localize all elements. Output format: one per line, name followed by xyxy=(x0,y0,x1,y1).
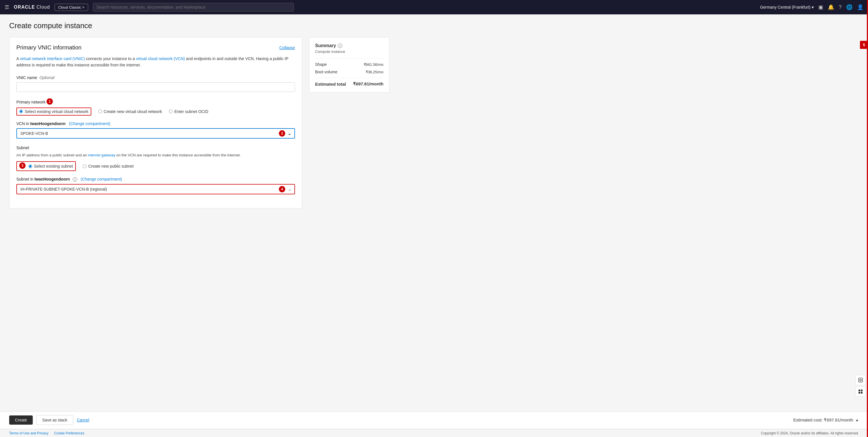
subnet-compartment-label: Subnet in IwanHoogendoorn i (Change comp… xyxy=(17,177,295,182)
radio-select-existing-vcn[interactable]: Select existing virtual cloud network xyxy=(17,108,91,116)
vnic-link[interactable]: virtual network interface card (VNIC) xyxy=(20,56,85,61)
help-icon[interactable]: ? xyxy=(839,4,842,10)
search-input[interactable] xyxy=(93,3,294,11)
radio-create-new-vcn-input[interactable] xyxy=(98,110,102,113)
badge-4: 4 xyxy=(279,186,285,192)
vnic-name-input[interactable] xyxy=(17,82,295,92)
radio-enter-subnet-ocid[interactable]: Enter subnet OCID xyxy=(169,109,208,114)
page-title: Create compute instance xyxy=(9,21,393,30)
primary-network-label-row: Primary network 1 xyxy=(17,99,295,105)
subnet-select[interactable]: IH-PRIVATE-SUBNET-SPOKE-VCN-B (regional) xyxy=(17,184,294,194)
monitor-icon[interactable]: ▣ xyxy=(818,4,823,10)
region-label: Germany Central (Frankfurt) xyxy=(760,5,811,9)
summary-shape-row: Shape ₹661.56/mo xyxy=(315,62,383,67)
primary-network-label: Primary network xyxy=(17,100,45,105)
change-compartment-link[interactable]: (Change compartment) xyxy=(69,121,110,126)
radio-select-existing-subnet-input[interactable] xyxy=(28,165,32,168)
summary-info-icon[interactable]: i xyxy=(338,43,342,48)
vcn-compartment-group: VCN in IwanHoogendoorn (Change compartme… xyxy=(17,121,295,139)
summary-total-label: Estimated total xyxy=(315,82,346,87)
subnet-change-compartment-link[interactable]: (Change compartment) xyxy=(81,177,122,181)
right-edge-indicator xyxy=(867,0,868,238)
user-icon[interactable]: 👤 xyxy=(857,4,863,10)
summary-boot-volume-value: ₹36.25/mo xyxy=(366,70,383,74)
summary-total-row: Estimated total ₹697.81/month xyxy=(315,81,383,87)
radio-create-new-public-subnet-input[interactable] xyxy=(83,165,87,168)
oracle-logo: ORACLE Cloud xyxy=(14,5,50,10)
summary-boot-volume-row: Boot volume ₹36.25/mo xyxy=(315,69,383,74)
nav-right: Germany Central (Frankfurt) ▾ ▣ 🔔 ? 🌐 👤 xyxy=(760,4,863,10)
cloud-classic-button[interactable]: Cloud Classic > xyxy=(55,4,88,11)
badge-5: 5 xyxy=(860,41,868,49)
summary-shape-label: Shape xyxy=(315,62,327,67)
vnic-name-group: VNIC name Optional xyxy=(17,75,295,92)
subnet-section: Subnet An IP address from a public subne… xyxy=(17,145,295,171)
vcn-compartment-label: VCN in IwanHoogendoorn (Change compartme… xyxy=(17,121,295,126)
vcn-select-wrapper: SPOKE-VCN-B 2 ⌄ xyxy=(17,128,295,139)
subnet-radio-group: 3 Select existing subnet Create new publ… xyxy=(17,161,295,171)
vcn-link[interactable]: virtual cloud network (VCN) xyxy=(136,56,185,61)
primary-network-radio-group: Select existing virtual cloud network Cr… xyxy=(17,108,295,116)
badge-3: 3 xyxy=(19,163,26,169)
radio-enter-subnet-ocid-input[interactable] xyxy=(169,110,173,113)
region-chevron-icon: ▾ xyxy=(812,5,814,9)
summary-boot-volume-label: Boot volume xyxy=(315,69,338,74)
summary-panel: Summary i Compute instance Shape ₹661.56… xyxy=(309,37,390,93)
primary-network-section: Primary network 1 Select existing virtua… xyxy=(17,99,295,116)
badge-2: 2 xyxy=(279,130,285,137)
card-title: Primary VNIC information xyxy=(17,44,82,51)
radio-create-new-public-subnet[interactable]: Create new public subnet xyxy=(83,164,133,169)
vnic-name-label: VNIC name Optional xyxy=(17,75,295,80)
vcn-select[interactable]: SPOKE-VCN-B xyxy=(17,129,294,138)
hamburger-icon[interactable]: ☰ xyxy=(5,4,9,10)
card-header: Primary VNIC information Collapse xyxy=(17,44,295,51)
summary-title: Summary i xyxy=(315,43,383,48)
bell-icon[interactable]: 🔔 xyxy=(828,4,834,10)
page-content: Create compute instance Primary VNIC inf… xyxy=(0,14,402,215)
collapse-link[interactable]: Collapse xyxy=(279,46,295,50)
region-selector[interactable]: Germany Central (Frankfurt) ▾ xyxy=(760,5,814,9)
summary-total-divider xyxy=(315,78,383,78)
internet-gateway-link[interactable]: internet gateway xyxy=(88,153,115,157)
subnet-select-wrapper: IH-PRIVATE-SUBNET-SPOKE-VCN-B (regional)… xyxy=(17,184,295,194)
nav-icons: ▣ 🔔 ? 🌐 👤 xyxy=(818,4,863,10)
globe-icon[interactable]: 🌐 xyxy=(846,4,852,10)
subnet-description: An IP address from a public subnet and a… xyxy=(17,152,295,158)
main-layout: Primary VNIC information Collapse A virt… xyxy=(9,37,393,208)
primary-vnic-card: Primary VNIC information Collapse A virt… xyxy=(9,37,302,208)
summary-shape-value: ₹661.56/mo xyxy=(364,62,383,67)
top-nav: ☰ ORACLE Cloud Cloud Classic > Germany C… xyxy=(0,0,868,14)
optional-label: Optional xyxy=(39,75,54,80)
badge-1: 1 xyxy=(46,98,53,105)
subnet-label: Subnet xyxy=(17,145,295,150)
summary-subtitle: Compute instance xyxy=(315,50,383,54)
radio-create-new-vcn[interactable]: Create new virtual cloud network xyxy=(98,109,162,114)
subnet-info-icon[interactable]: i xyxy=(73,177,77,182)
radio-select-existing-subnet[interactable]: 3 Select existing subnet xyxy=(17,161,76,171)
summary-divider xyxy=(315,58,383,59)
card-description: A virtual network interface card (VNIC) … xyxy=(17,56,295,68)
subnet-compartment-group: Subnet in IwanHoogendoorn i (Change comp… xyxy=(17,177,295,194)
summary-total-value: ₹697.81/month xyxy=(353,81,383,87)
radio-select-existing-vcn-input[interactable] xyxy=(19,110,23,113)
